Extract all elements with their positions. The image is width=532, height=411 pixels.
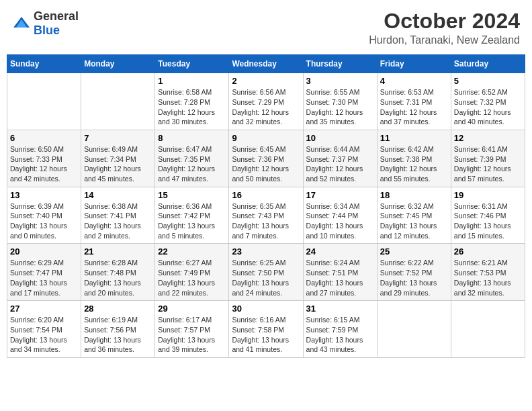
calendar-cell: 15Sunrise: 6:36 AM Sunset: 7:42 PM Dayli… [155, 187, 229, 244]
day-number: 2 [232, 76, 300, 86]
day-info: Sunrise: 6:53 AM Sunset: 7:31 PM Dayligh… [380, 87, 448, 127]
day-info: Sunrise: 6:47 AM Sunset: 7:35 PM Dayligh… [158, 144, 226, 184]
calendar-cell [7, 73, 81, 130]
header-day: Monday [81, 55, 155, 73]
day-info: Sunrise: 6:49 AM Sunset: 7:34 PM Dayligh… [84, 144, 152, 184]
calendar-cell: 12Sunrise: 6:41 AM Sunset: 7:39 PM Dayli… [451, 130, 525, 187]
day-info: Sunrise: 6:52 AM Sunset: 7:32 PM Dayligh… [454, 87, 522, 127]
day-info: Sunrise: 6:31 AM Sunset: 7:46 PM Dayligh… [454, 201, 522, 241]
calendar-cell [451, 301, 525, 358]
calendar-week: 13Sunrise: 6:39 AM Sunset: 7:40 PM Dayli… [7, 187, 525, 244]
day-number: 23 [232, 246, 300, 257]
calendar-cell: 18Sunrise: 6:32 AM Sunset: 7:45 PM Dayli… [377, 187, 451, 244]
day-info: Sunrise: 6:27 AM Sunset: 7:49 PM Dayligh… [158, 258, 226, 298]
day-info: Sunrise: 6:36 AM Sunset: 7:42 PM Dayligh… [158, 201, 226, 241]
calendar-cell: 10Sunrise: 6:44 AM Sunset: 7:37 PM Dayli… [303, 130, 377, 187]
calendar-cell: 24Sunrise: 6:24 AM Sunset: 7:51 PM Dayli… [303, 244, 377, 301]
calendar-cell [377, 301, 451, 358]
day-number: 31 [306, 304, 374, 314]
header-day: Friday [377, 55, 451, 73]
day-info: Sunrise: 6:42 AM Sunset: 7:38 PM Dayligh… [380, 144, 448, 184]
day-info: Sunrise: 6:34 AM Sunset: 7:44 PM Dayligh… [306, 201, 374, 241]
calendar-cell: 8Sunrise: 6:47 AM Sunset: 7:35 PM Daylig… [155, 130, 229, 187]
calendar-cell: 22Sunrise: 6:27 AM Sunset: 7:49 PM Dayli… [155, 244, 229, 301]
day-number: 25 [380, 246, 448, 257]
calendar-table: SundayMondayTuesdayWednesdayThursdayFrid… [7, 54, 525, 358]
day-number: 11 [380, 133, 448, 143]
day-info: Sunrise: 6:17 AM Sunset: 7:57 PM Dayligh… [158, 315, 226, 355]
day-info: Sunrise: 6:19 AM Sunset: 7:56 PM Dayligh… [84, 315, 152, 355]
day-number: 24 [306, 246, 374, 257]
calendar-cell: 27Sunrise: 6:20 AM Sunset: 7:54 PM Dayli… [7, 301, 81, 358]
calendar-cell: 9Sunrise: 6:45 AM Sunset: 7:36 PM Daylig… [229, 130, 303, 187]
day-info: Sunrise: 6:55 AM Sunset: 7:30 PM Dayligh… [306, 87, 374, 127]
day-info: Sunrise: 6:39 AM Sunset: 7:40 PM Dayligh… [10, 201, 78, 241]
calendar-cell: 23Sunrise: 6:25 AM Sunset: 7:50 PM Dayli… [229, 244, 303, 301]
calendar-cell: 1Sunrise: 6:58 AM Sunset: 7:28 PM Daylig… [155, 73, 229, 130]
day-number: 21 [84, 246, 152, 257]
calendar-cell: 6Sunrise: 6:50 AM Sunset: 7:33 PM Daylig… [7, 130, 81, 187]
day-info: Sunrise: 6:35 AM Sunset: 7:43 PM Dayligh… [232, 201, 300, 241]
day-info: Sunrise: 6:28 AM Sunset: 7:48 PM Dayligh… [84, 258, 152, 298]
calendar-cell: 14Sunrise: 6:38 AM Sunset: 7:41 PM Dayli… [81, 187, 155, 244]
calendar-cell: 3Sunrise: 6:55 AM Sunset: 7:30 PM Daylig… [303, 73, 377, 130]
day-info: Sunrise: 6:29 AM Sunset: 7:47 PM Dayligh… [10, 258, 78, 298]
day-info: Sunrise: 6:58 AM Sunset: 7:28 PM Dayligh… [158, 87, 226, 127]
day-number: 15 [158, 190, 226, 200]
calendar-cell [81, 73, 155, 130]
day-info: Sunrise: 6:32 AM Sunset: 7:45 PM Dayligh… [380, 201, 448, 241]
header-day: Saturday [451, 55, 525, 73]
calendar-week: 1Sunrise: 6:58 AM Sunset: 7:28 PM Daylig… [7, 73, 525, 130]
day-number: 4 [380, 76, 448, 86]
day-number: 3 [306, 76, 374, 86]
calendar-cell: 21Sunrise: 6:28 AM Sunset: 7:48 PM Dayli… [81, 244, 155, 301]
day-info: Sunrise: 6:24 AM Sunset: 7:51 PM Dayligh… [306, 258, 374, 298]
header-day: Wednesday [229, 55, 303, 73]
subtitle: Hurdon, Taranaki, New Zealand [369, 34, 520, 46]
day-number: 22 [158, 246, 226, 257]
main-title: October 2024 [369, 9, 520, 33]
calendar-week: 20Sunrise: 6:29 AM Sunset: 7:47 PM Dayli… [7, 244, 525, 301]
calendar-cell: 25Sunrise: 6:22 AM Sunset: 7:52 PM Dayli… [377, 244, 451, 301]
day-info: Sunrise: 6:50 AM Sunset: 7:33 PM Dayligh… [10, 144, 78, 184]
logo: General Blue [12, 9, 79, 38]
day-number: 27 [10, 304, 78, 314]
day-number: 10 [306, 133, 374, 143]
day-info: Sunrise: 6:45 AM Sunset: 7:36 PM Dayligh… [232, 144, 300, 184]
calendar-week: 6Sunrise: 6:50 AM Sunset: 7:33 PM Daylig… [7, 130, 525, 187]
calendar-cell: 26Sunrise: 6:21 AM Sunset: 7:53 PM Dayli… [451, 244, 525, 301]
calendar-cell: 4Sunrise: 6:53 AM Sunset: 7:31 PM Daylig… [377, 73, 451, 130]
day-info: Sunrise: 6:21 AM Sunset: 7:53 PM Dayligh… [454, 258, 522, 298]
calendar-cell: 20Sunrise: 6:29 AM Sunset: 7:47 PM Dayli… [7, 244, 81, 301]
calendar-cell: 5Sunrise: 6:52 AM Sunset: 7:32 PM Daylig… [451, 73, 525, 130]
day-info: Sunrise: 6:22 AM Sunset: 7:52 PM Dayligh… [380, 258, 448, 298]
day-info: Sunrise: 6:16 AM Sunset: 7:58 PM Dayligh… [232, 315, 300, 355]
logo-text: General Blue [34, 9, 79, 38]
day-number: 19 [454, 190, 522, 200]
header-day: Tuesday [155, 55, 229, 73]
calendar-cell: 28Sunrise: 6:19 AM Sunset: 7:56 PM Dayli… [81, 301, 155, 358]
day-number: 5 [454, 76, 522, 86]
day-number: 28 [84, 304, 152, 314]
logo-general: General [34, 9, 79, 23]
calendar-cell: 19Sunrise: 6:31 AM Sunset: 7:46 PM Dayli… [451, 187, 525, 244]
day-number: 20 [10, 246, 78, 257]
day-number: 13 [10, 190, 78, 200]
day-number: 14 [84, 190, 152, 200]
day-number: 7 [84, 133, 152, 143]
calendar-cell: 16Sunrise: 6:35 AM Sunset: 7:43 PM Dayli… [229, 187, 303, 244]
calendar-cell: 17Sunrise: 6:34 AM Sunset: 7:44 PM Dayli… [303, 187, 377, 244]
day-number: 29 [158, 304, 226, 314]
day-info: Sunrise: 6:44 AM Sunset: 7:37 PM Dayligh… [306, 144, 374, 184]
day-number: 8 [158, 133, 226, 143]
day-number: 12 [454, 133, 522, 143]
calendar-cell: 13Sunrise: 6:39 AM Sunset: 7:40 PM Dayli… [7, 187, 81, 244]
page-header: General Blue October 2024 Hurdon, Tarana… [7, 7, 525, 49]
day-info: Sunrise: 6:38 AM Sunset: 7:41 PM Dayligh… [84, 201, 152, 241]
calendar-cell: 11Sunrise: 6:42 AM Sunset: 7:38 PM Dayli… [377, 130, 451, 187]
calendar-cell: 29Sunrise: 6:17 AM Sunset: 7:57 PM Dayli… [155, 301, 229, 358]
header-row: SundayMondayTuesdayWednesdayThursdayFrid… [7, 55, 525, 73]
title-block: October 2024 Hurdon, Taranaki, New Zeala… [369, 9, 520, 46]
day-number: 16 [232, 190, 300, 200]
calendar-cell: 31Sunrise: 6:15 AM Sunset: 7:59 PM Dayli… [303, 301, 377, 358]
